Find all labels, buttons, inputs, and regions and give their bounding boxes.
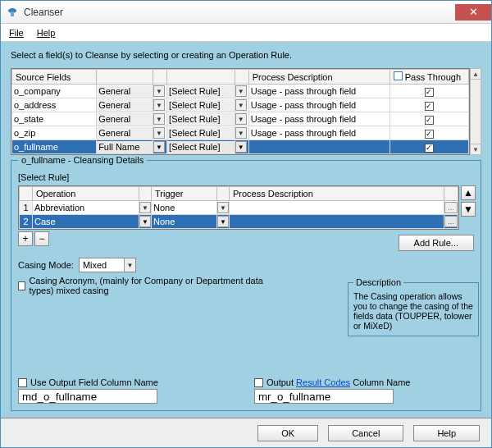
scroll-up[interactable]: ▲: [470, 68, 481, 80]
pass-through-checkbox[interactable]: ✓: [425, 88, 434, 97]
menu-file[interactable]: File: [9, 28, 24, 38]
ellipsis-button[interactable]: …: [444, 202, 458, 213]
rule-cell[interactable]: [Select Rule]: [167, 141, 235, 153]
type-cell[interactable]: General: [97, 85, 153, 98]
chevron-down-icon[interactable]: ▼: [235, 99, 247, 111]
rule-cell[interactable]: [Select Rule]: [167, 99, 235, 112]
casing-acronym-label: Casing Acronym, (mainly for Company or D…: [29, 276, 289, 295]
process-cell: Usage - pass through field: [248, 85, 390, 98]
type-cell[interactable]: General: [97, 127, 153, 139]
chevron-down-icon: ▼: [124, 258, 135, 272]
pass-through-checkbox[interactable]: ✓: [425, 144, 434, 153]
chevron-down-icon[interactable]: ▼: [139, 216, 151, 227]
ellipsis-button[interactable]: …: [444, 216, 458, 227]
process-cell: Usage - pass through field: [248, 112, 390, 126]
source-row[interactable]: o_fullnameFull Name▼[Select Rule]▼✓: [12, 140, 469, 154]
chevron-down-icon[interactable]: ▼: [217, 216, 229, 227]
col-detail-process[interactable]: Process Description: [230, 187, 444, 201]
close-button[interactable]: ✕: [455, 4, 491, 21]
chevron-down-icon[interactable]: ▼: [153, 113, 165, 125]
chevron-down-icon[interactable]: ▼: [139, 202, 151, 213]
chevron-down-icon[interactable]: ▼: [235, 113, 247, 125]
chevron-down-icon[interactable]: ▼: [153, 99, 165, 111]
chevron-down-icon[interactable]: ▼: [235, 127, 247, 139]
detail-row[interactable]: 2Case▼None▼…: [20, 215, 458, 229]
output-codes-checkbox[interactable]: [254, 378, 263, 387]
client-area: Select a field(s) to Cleanse by selectin…: [1, 42, 491, 418]
field-name: o_zip: [12, 126, 97, 140]
field-name: o_address: [12, 98, 97, 112]
col-trigger[interactable]: Trigger: [152, 187, 217, 201]
source-row[interactable]: o_stateGeneral▼[Select Rule]▼Usage - pas…: [12, 112, 469, 126]
cleansing-details-group: o_fullname - Cleansing Details [Select R…: [11, 160, 481, 411]
field-name: o_state: [12, 112, 97, 126]
use-output-label: Use Output Field Column Name: [30, 377, 158, 387]
type-cell[interactable]: General: [97, 99, 153, 112]
details-select-rule[interactable]: [Select Rule]: [18, 172, 474, 182]
process-cell: Usage - pass through field: [248, 126, 390, 140]
chevron-down-icon[interactable]: ▼: [235, 141, 247, 153]
dialog-footer: OK Cancel Help: [1, 418, 491, 447]
trigger-cell: None: [152, 215, 217, 229]
use-output-checkbox[interactable]: [18, 378, 27, 387]
col-pass-through[interactable]: Pass Through: [390, 70, 468, 85]
row-number: 1: [20, 201, 33, 215]
scrollbar-track[interactable]: [470, 80, 481, 144]
source-row[interactable]: o_addressGeneral▼[Select Rule]▼Usage - p…: [12, 98, 469, 112]
description-group: Description The Casing operation allows …: [348, 282, 479, 336]
source-row[interactable]: o_zipGeneral▼[Select Rule]▼Usage - pass …: [12, 126, 469, 140]
cancel-button[interactable]: Cancel: [328, 425, 403, 441]
add-row-button[interactable]: +: [18, 231, 33, 246]
detail-row[interactable]: 1Abbreviation▼None▼…: [20, 201, 458, 215]
field-name: o_fullname: [12, 140, 97, 154]
move-up-button[interactable]: ▲: [461, 185, 476, 200]
rule-cell[interactable]: [Select Rule]: [167, 113, 235, 126]
casing-mode-label: Casing Mode:: [18, 260, 74, 270]
pass-through-checkbox[interactable]: ✓: [425, 130, 434, 139]
pass-through-checkbox[interactable]: ✓: [425, 116, 434, 125]
add-rule-button[interactable]: Add Rule...: [399, 235, 474, 251]
ok-button[interactable]: OK: [257, 425, 318, 441]
process-cell: Usage - pass through field: [248, 98, 390, 112]
process-cell: [230, 201, 444, 215]
use-output-field[interactable]: [18, 389, 157, 404]
process-cell: [248, 140, 390, 154]
operation-cell: Abbreviation: [33, 201, 139, 215]
window-title: Cleanser: [24, 7, 455, 18]
remove-row-button[interactable]: −: [34, 231, 49, 246]
casing-acronym-checkbox[interactable]: [18, 281, 25, 290]
chevron-down-icon[interactable]: ▼: [235, 85, 247, 97]
description-legend: Description: [353, 277, 403, 287]
output-codes-field[interactable]: [254, 389, 394, 404]
chevron-down-icon[interactable]: ▼: [153, 127, 165, 139]
help-button[interactable]: Help: [413, 425, 480, 441]
row-number: 2: [20, 215, 33, 229]
type-cell[interactable]: Full Name: [97, 141, 153, 153]
rule-cell[interactable]: [Select Rule]: [167, 127, 235, 139]
scroll-down[interactable]: ▼: [470, 144, 481, 155]
col-source-fields[interactable]: Source Fields: [12, 70, 97, 85]
svg-rect-1: [11, 11, 14, 16]
chevron-down-icon[interactable]: ▼: [153, 85, 165, 97]
move-down-button[interactable]: ▼: [461, 202, 476, 217]
rule-cell[interactable]: [Select Rule]: [167, 85, 235, 98]
description-text: The Casing operation allows you to chang…: [353, 291, 473, 331]
col-operation[interactable]: Operation: [33, 187, 139, 201]
result-codes-link[interactable]: Result Codes: [296, 377, 350, 387]
source-row[interactable]: o_companyGeneral▼[Select Rule]▼Usage - p…: [12, 85, 469, 98]
type-cell[interactable]: General: [97, 113, 153, 126]
chevron-down-icon[interactable]: ▼: [217, 202, 229, 213]
casing-mode-combo[interactable]: Mixed ▼: [79, 258, 136, 272]
trigger-cell: None: [152, 201, 217, 215]
pass-through-checkbox[interactable]: ✓: [425, 102, 434, 111]
menu-help[interactable]: Help: [37, 28, 56, 38]
titlebar: Cleanser ✕: [1, 1, 491, 24]
col-process-desc[interactable]: Process Description: [248, 70, 390, 85]
app-icon: [6, 6, 19, 19]
menubar: File Help: [1, 24, 491, 42]
chevron-down-icon[interactable]: ▼: [153, 141, 165, 153]
details-legend: o_fullname - Cleansing Details: [18, 155, 147, 165]
output-codes-label: Output Result Codes Column Name: [266, 377, 410, 387]
source-fields-grid: Source Fields Process Description Pass T…: [11, 68, 470, 155]
process-cell: [230, 215, 444, 229]
